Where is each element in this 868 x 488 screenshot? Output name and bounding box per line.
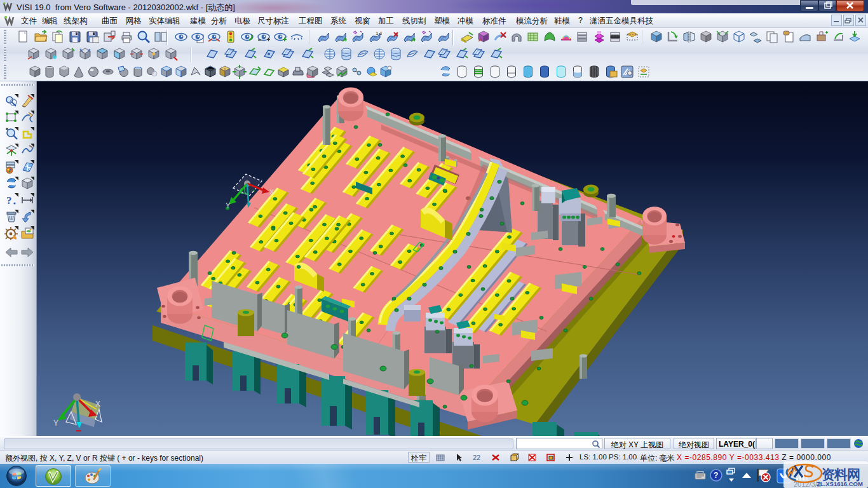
svg-text:资料网: 资料网 <box>822 467 860 482</box>
svg-text:1 2: 1 2 <box>376 30 382 36</box>
svg-text:Y: Y <box>53 419 58 428</box>
svg-text:?: ? <box>6 194 12 207</box>
svg-text:Y: Y <box>226 201 231 209</box>
svg-text:X: X <box>269 188 275 196</box>
svg-text:?: ? <box>714 471 718 480</box>
svg-text:X: X <box>95 400 100 409</box>
svg-text:22: 22 <box>473 454 480 461</box>
svg-text:ZL.XS1616.COM: ZL.XS1616.COM <box>817 480 863 487</box>
